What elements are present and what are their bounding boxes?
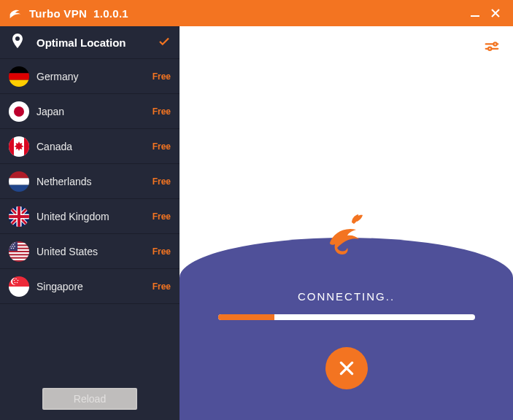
flag-icon (9, 136, 29, 157)
location-pin-icon (9, 32, 29, 52)
flag-icon (9, 171, 29, 192)
sidebar-item-label: Netherlands (36, 176, 153, 187)
free-badge: Free (153, 106, 171, 117)
sidebar-item-location[interactable]: GermanyFree (0, 59, 180, 94)
svg-point-39 (17, 281, 18, 283)
sidebar-item-label: Canada (36, 141, 153, 152)
wave-background (180, 238, 513, 420)
free-badge: Free (153, 176, 171, 187)
svg-point-21 (9, 242, 11, 244)
sidebar-item-location[interactable]: United StatesFree (0, 234, 180, 269)
sidebar-item-optimal[interactable]: Optimal Location (0, 26, 180, 59)
svg-point-25 (13, 244, 15, 245)
status-text: CONNECTING.. (298, 290, 395, 303)
progress-bar (218, 314, 475, 320)
flag-icon (9, 206, 29, 227)
svg-point-38 (15, 281, 16, 283)
svg-point-30 (13, 247, 15, 249)
sidebar-item-label: Singapore (36, 281, 153, 292)
close-button[interactable] (485, 3, 506, 23)
svg-point-28 (14, 246, 15, 247)
svg-rect-32 (9, 287, 29, 297)
reload-button[interactable]: Reload (42, 388, 137, 410)
free-badge: Free (153, 71, 171, 82)
sidebar-item-label: United States (36, 246, 153, 257)
free-badge: Free (153, 141, 171, 152)
svg-point-24 (11, 244, 12, 245)
svg-point-42 (493, 42, 496, 45)
main-panel: CONNECTING.. (180, 26, 513, 420)
svg-point-35 (15, 278, 17, 279)
rabbit-icon (321, 212, 372, 259)
svg-rect-7 (9, 136, 14, 157)
app-title: Turbo VPN 1.0.0.1 (29, 7, 128, 20)
svg-point-26 (9, 246, 11, 247)
sidebar-item-location[interactable]: NetherlandsFree (0, 164, 180, 199)
sidebar-item-label: Optimal Location (36, 36, 153, 49)
sidebar-item-label: Germany (36, 71, 153, 82)
sidebar-item-label: Japan (36, 106, 153, 117)
svg-point-5 (14, 106, 24, 117)
svg-point-37 (18, 279, 19, 281)
app-logo-icon (7, 5, 23, 21)
titlebar: Turbo VPN 1.0.0.1 (0, 0, 513, 26)
svg-rect-10 (9, 178, 29, 184)
svg-rect-9 (9, 171, 29, 178)
sidebar-item-location[interactable]: CanadaFree (0, 129, 180, 164)
svg-point-22 (12, 242, 13, 244)
svg-rect-2 (9, 73, 29, 79)
svg-rect-17 (9, 252, 29, 254)
svg-rect-19 (9, 258, 29, 260)
sidebar-item-location[interactable]: JapanFree (0, 94, 180, 129)
svg-rect-11 (9, 184, 29, 191)
svg-rect-1 (9, 66, 29, 73)
svg-point-29 (11, 247, 12, 249)
svg-point-27 (12, 246, 13, 247)
cancel-button[interactable] (325, 347, 368, 389)
free-badge: Free (153, 281, 171, 292)
progress-fill (218, 314, 274, 320)
svg-rect-18 (9, 255, 29, 257)
location-sidebar: Optimal Location GermanyFreeJapanFreeCan… (0, 26, 180, 420)
sidebar-item-location[interactable]: United KingdomFree (0, 199, 180, 234)
sidebar-item-location[interactable]: SingaporeFree (0, 269, 180, 304)
settings-menu-icon[interactable] (484, 39, 500, 58)
close-icon (337, 359, 356, 378)
free-badge: Free (153, 246, 171, 257)
free-badge: Free (153, 211, 171, 222)
flag-icon (9, 66, 29, 87)
flag-icon (9, 276, 29, 297)
svg-point-43 (488, 47, 491, 50)
svg-point-23 (14, 242, 15, 244)
minimize-button[interactable] (465, 3, 485, 23)
svg-point-36 (14, 279, 15, 281)
flag-icon (9, 241, 29, 262)
svg-rect-0 (471, 15, 479, 17)
sidebar-item-label: United Kingdom (36, 211, 153, 222)
svg-rect-3 (9, 79, 29, 86)
svg-rect-8 (24, 136, 29, 157)
flag-icon (9, 101, 29, 122)
checkmark-icon (158, 35, 171, 50)
